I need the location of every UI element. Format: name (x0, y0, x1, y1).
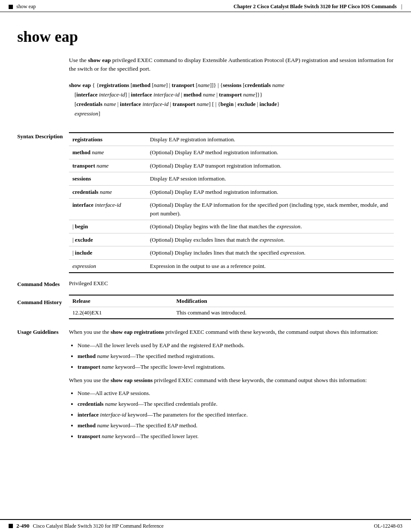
usage-para-2: When you use the show eap sessions privi… (69, 376, 394, 385)
command-history-section: Command History Release Modification 12.… (17, 295, 394, 319)
desc-credentials: (Optional) Display EAP method registrati… (146, 185, 394, 199)
desc-method: (Optional) Display EAP method registrati… (146, 146, 394, 159)
header-chapter-text: Chapter 2 Cisco Catalyst Blade Switch 31… (234, 3, 397, 9)
history-release: 12.2(40)EX1 (69, 307, 173, 319)
list-item: transport name keyword—The specified low… (78, 432, 394, 441)
header-icon (9, 5, 13, 9)
syntax-line-4: expression] (69, 109, 394, 118)
list-item: interface interface-id keyword—The param… (78, 411, 394, 420)
table-row: | begin (Optional) Display begins with t… (69, 220, 394, 233)
desc-expression: Expression in the output to use as a ref… (146, 259, 394, 273)
usage-para-1: When you use the show eap registrations … (69, 328, 394, 337)
history-col-release: Release (69, 295, 173, 307)
table-row: method name (Optional) Display EAP metho… (69, 146, 394, 159)
main-content: show eap Use the show eap privileged EXE… (0, 12, 411, 471)
page-footer: 2-490 Cisco Catalyst Blade Switch 3120 f… (0, 519, 411, 532)
term-transport: transport name (69, 159, 146, 172)
desc-begin: (Optional) Display begins with the line … (146, 220, 394, 233)
term-sessions: sessions (69, 172, 146, 186)
syntax-description-label: Syntax Description (17, 129, 69, 274)
table-row: expression Expression in the output to u… (69, 259, 394, 273)
term-begin: | begin (69, 220, 146, 233)
header-left: show eap (9, 3, 36, 10)
list-item: method name keyword—The specified method… (78, 352, 394, 361)
syntax-line-2: [interface interface-id] | interface int… (69, 90, 394, 100)
footer-icon (9, 524, 13, 528)
command-modes-label: Command Modes (17, 280, 69, 288)
table-row: 12.2(40)EX1 This command was introduced. (69, 307, 394, 319)
term-registrations: registrations (69, 133, 146, 146)
table-row: credentials name (Optional) Display EAP … (69, 185, 394, 199)
desc-include: (Optional) Display includes lines that m… (146, 246, 394, 260)
history-header-row: Release Modification (69, 295, 394, 307)
header-divider: | (402, 3, 402, 9)
term-include: | include (69, 246, 146, 260)
table-row: sessions Display EAP session information… (69, 172, 394, 186)
desc-registrations: Display EAP registration information. (146, 133, 394, 146)
desc-sessions: Display EAP session information. (146, 172, 394, 186)
desc-interface: (Optional) Display the EAP information f… (146, 199, 394, 220)
page-number: 2-490 (16, 523, 29, 529)
desc-exclude: (Optional) Display excludes lines that m… (146, 233, 394, 246)
list-item: method name keyword—The specified EAP me… (78, 421, 394, 430)
syntax-line-1: show eap { {registrations [method [name]… (69, 81, 394, 90)
table-row: | exclude (Optional) Display excludes li… (69, 233, 394, 246)
page-header: show eap Chapter 2 Cisco Catalyst Blade … (0, 0, 411, 12)
footer-title: Cisco Catalyst Blade Switch 3120 for HP … (33, 523, 164, 529)
usage-guidelines-label: Usage Guidelines (17, 328, 69, 445)
syntax-line-3: [credentials name | interface interface-… (69, 100, 394, 109)
history-col-modification: Modification (173, 295, 394, 307)
table-row: transport name (Optional) Display EAP tr… (69, 159, 394, 172)
usage-guidelines-section: Usage Guidelines When you use the show e… (17, 328, 394, 445)
command-modes-section: Command Modes Privileged EXEC (17, 280, 394, 288)
desc-transport: (Optional) Display EAP transport registr… (146, 159, 394, 172)
usage-guidelines-content: When you use the show eap registrations … (69, 328, 394, 445)
list-item: None—All active EAP sessions. (78, 389, 394, 398)
command-modes-value: Privileged EXEC (69, 280, 394, 288)
term-method: method name (69, 146, 146, 159)
intro-text: Use the show eap privileged EXEC command… (69, 56, 394, 74)
syntax-description-section: Syntax Description registrations Display… (17, 129, 394, 274)
history-modification: This command was introduced. (173, 307, 394, 319)
syntax-table: registrations Display EAP registration i… (69, 132, 394, 274)
term-interface: interface interface-id (69, 199, 146, 220)
table-row: registrations Display EAP registration i… (69, 133, 394, 146)
footer-left: 2-490 Cisco Catalyst Blade Switch 3120 f… (9, 523, 164, 529)
term-exclude: | exclude (69, 233, 146, 246)
header-chapter: Chapter 2 Cisco Catalyst Blade Switch 31… (234, 3, 402, 10)
command-history-table: Release Modification 12.2(40)EX1 This co… (69, 295, 394, 319)
list-item: credentials name keyword—The specified c… (78, 400, 394, 409)
page-title: show eap (17, 28, 394, 46)
footer-doc-num: OL-12248-03 (374, 523, 402, 529)
table-row: interface interface-id (Optional) Displa… (69, 199, 394, 220)
usage-list-1: None—All the lower levels used by EAP an… (78, 341, 394, 371)
header-breadcrumb: show eap (16, 3, 36, 10)
term-credentials: credentials name (69, 185, 146, 199)
usage-list-2: None—All active EAP sessions. credential… (78, 389, 394, 441)
list-item: None—All the lower levels used by EAP an… (78, 341, 394, 350)
term-expression: expression (69, 259, 146, 273)
table-row: | include (Optional) Display includes li… (69, 246, 394, 260)
command-syntax: show eap { {registrations [method [name]… (69, 81, 394, 118)
list-item: transport name keyword—The specific lowe… (78, 363, 394, 372)
syntax-description-content: registrations Display EAP registration i… (69, 129, 394, 274)
command-history-label: Command History (17, 295, 69, 319)
